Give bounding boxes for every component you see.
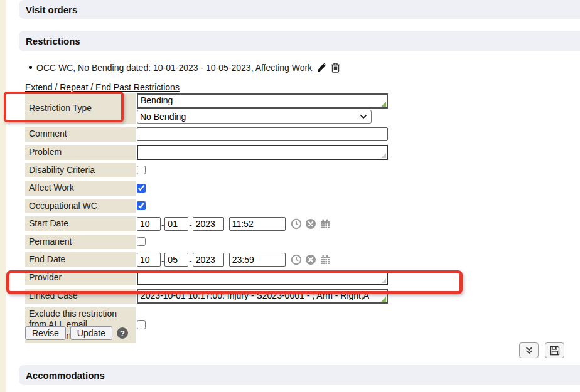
date-separator: - xyxy=(189,256,191,265)
edit-icon[interactable] xyxy=(316,63,326,73)
date-separator: - xyxy=(189,220,191,230)
restrictions-section-bar: Restrictions xyxy=(19,31,580,51)
extend-repeat-end-link[interactable]: Extend / Repeat / End Past Restrictions xyxy=(25,82,180,92)
end-month-input[interactable] xyxy=(137,253,161,267)
accommodations-section-bar: Accommodations xyxy=(19,365,580,385)
row-comment: Comment xyxy=(25,127,402,142)
form-actions: Revise Update ? xyxy=(25,326,128,340)
restriction-type-input[interactable]: Bending xyxy=(137,93,388,109)
save-section-button[interactable] xyxy=(545,342,564,358)
row-end-date: End Date - - xyxy=(25,252,402,267)
comment-input[interactable] xyxy=(137,127,388,141)
row-start-date: Start Date - - xyxy=(25,216,402,231)
clock-icon[interactable] xyxy=(291,254,302,265)
disability-criteria-checkbox[interactable] xyxy=(137,166,146,174)
end-year-input[interactable] xyxy=(193,253,224,267)
end-day-input[interactable] xyxy=(164,253,188,267)
clock-icon[interactable] xyxy=(291,218,302,230)
delete-icon[interactable] xyxy=(331,62,340,73)
visit-orders-title: Visit orders xyxy=(19,4,77,15)
accommodations-title: Accommodations xyxy=(19,370,105,381)
linked-case-input[interactable]: 2023-10-01 10:17:00: Injury - S2023-0001… xyxy=(137,289,388,304)
row-affect-work: Affect Work xyxy=(25,181,402,196)
affect-work-label: Affect Work xyxy=(25,181,136,196)
start-time-input[interactable] xyxy=(229,217,286,231)
permanent-checkbox[interactable] xyxy=(137,237,146,246)
comment-label: Comment xyxy=(25,127,136,142)
save-icon xyxy=(550,346,560,356)
linked-case-label: Linked Case xyxy=(25,289,136,304)
start-date-label: Start Date xyxy=(25,216,136,231)
exclude-email-checkbox[interactable] xyxy=(137,320,146,329)
date-separator: - xyxy=(161,256,164,265)
row-occupational-wc: Occupational WC xyxy=(25,199,402,214)
update-button[interactable]: Update xyxy=(70,326,112,340)
clear-date-icon[interactable] xyxy=(305,218,316,230)
row-linked-case: Linked Case 2023-10-01 10:17:00: Injury … xyxy=(25,289,402,304)
affect-work-checkbox[interactable] xyxy=(137,184,146,193)
calendar-icon[interactable] xyxy=(320,254,331,265)
end-date-label: End Date xyxy=(25,252,136,267)
revise-button[interactable]: Revise xyxy=(25,326,66,340)
start-day-input[interactable] xyxy=(164,217,188,231)
end-time-input[interactable] xyxy=(229,253,286,267)
help-icon[interactable]: ? xyxy=(117,327,128,339)
problem-input[interactable] xyxy=(137,145,388,160)
row-disability-criteria: Disability Criteria xyxy=(25,163,402,178)
provider-input[interactable] xyxy=(137,270,388,285)
collapse-section-button[interactable] xyxy=(519,342,539,358)
provider-label: Provider xyxy=(25,270,136,285)
row-restriction-type: Restriction Type Bending No Bending xyxy=(25,93,402,124)
occupational-wc-checkbox[interactable] xyxy=(137,201,146,210)
problem-label: Problem xyxy=(25,145,136,160)
disability-criteria-label: Disability Criteria xyxy=(25,163,136,178)
permanent-label: Permanent xyxy=(25,235,136,250)
double-chevron-down-icon xyxy=(525,346,534,355)
calendar-icon[interactable] xyxy=(320,218,331,230)
restriction-subtype-select[interactable]: No Bending xyxy=(137,110,372,124)
bullet-icon xyxy=(29,66,32,69)
restriction-type-label: Restriction Type xyxy=(25,93,136,124)
row-provider: Provider xyxy=(25,270,402,285)
visit-orders-section-bar: Visit orders xyxy=(19,0,580,19)
restriction-list-item: OCC WC, No Bending dated: 10-01-2023 - 1… xyxy=(29,62,340,73)
start-year-input[interactable] xyxy=(193,217,224,231)
restrictions-page: Visit orders Restrictions Accommodations… xyxy=(0,0,580,392)
row-permanent: Permanent xyxy=(25,235,402,250)
date-separator: - xyxy=(161,220,164,230)
clear-date-icon[interactable] xyxy=(305,254,316,265)
restriction-form: Restriction Type Bending No Bending Comm… xyxy=(25,93,402,346)
restrictions-title: Restrictions xyxy=(19,36,80,46)
restriction-item-text: OCC WC, No Bending dated: 10-01-2023 - 1… xyxy=(36,63,312,73)
start-month-input[interactable] xyxy=(137,217,161,231)
occupational-wc-label: Occupational WC xyxy=(25,199,136,214)
row-problem: Problem xyxy=(25,145,402,160)
page-left-margin xyxy=(0,0,6,392)
